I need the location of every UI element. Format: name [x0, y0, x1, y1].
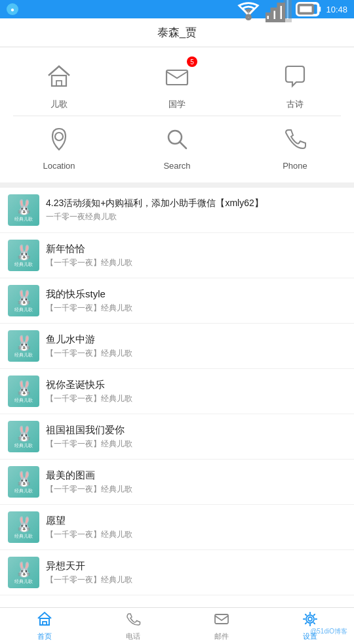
svg-line-13	[180, 142, 186, 148]
song-item-song2[interactable]: 🐰 经典儿歌 我的快乐style 【一千零一夜】经典儿歌	[0, 278, 354, 324]
icon-guoxue[interactable]: 5 国学	[119, 59, 235, 110]
svg-point-0	[247, 16, 250, 19]
wifi-icon	[235, 0, 262, 22]
song-subtitle-song3: 【一千零一夜】经典儿歌	[46, 348, 346, 359]
nav-phone-icon	[125, 611, 141, 630]
svg-rect-4	[285, 0, 290, 21]
song-title-song4: 祝你圣诞快乐	[46, 379, 346, 391]
song-thumb-song4: 🐰 经典儿歌	[8, 376, 39, 407]
song-subtitle-song4: 【一千零一夜】经典儿歌	[46, 393, 346, 404]
song-title-song2: 我的快乐style	[46, 288, 346, 301]
svg-rect-6	[299, 5, 313, 14]
svg-rect-15	[43, 622, 47, 625]
song-info-song3: 鱼儿水中游 【一千零一夜】经典儿歌	[46, 333, 346, 359]
nav-email-label: 邮件	[214, 632, 229, 641]
song-list: 🐰 经典儿歌 4.23活动须知+内购福利，添加小助手微信【xmly62】 一千零…	[0, 188, 354, 643]
song-item-announce[interactable]: 🐰 经典儿歌 4.23活动须知+内购福利，添加小助手微信【xmly62】 一千零…	[0, 188, 354, 233]
song-title-song3: 鱼儿水中游	[46, 333, 346, 346]
song-item-song5[interactable]: 🐰 经典儿歌 祖国祖国我们爱你 【一千零一夜】经典儿歌	[0, 414, 354, 460]
song-info-song6: 最美的图画 【一千零一夜】经典儿歌	[46, 469, 346, 495]
song-thumb-song2: 🐰 经典儿歌	[8, 285, 39, 316]
nav-phone-label: 电话	[126, 632, 140, 641]
svg-point-17	[308, 617, 312, 621]
nav-home-icon	[37, 611, 52, 630]
phone-icon-box	[277, 121, 313, 157]
song-info-announce: 4.23活动须知+内购福利，添加小助手微信【xmly62】 一千零一夜经典儿歌	[46, 198, 346, 223]
icon-phone[interactable]: Phone	[237, 121, 353, 171]
svg-point-11	[55, 133, 63, 140]
icon-gushi[interactable]: 古诗	[237, 59, 353, 110]
watermark: @51diO博客	[310, 627, 347, 636]
icon-location[interactable]: Location	[1, 121, 117, 171]
song-title-song6: 最美的图画	[46, 469, 346, 482]
svg-point-18	[306, 615, 314, 623]
battery-icon	[296, 0, 322, 22]
song-info-song4: 祝你圣诞快乐 【一千零一夜】经典儿歌	[46, 379, 346, 404]
svg-rect-2	[272, 9, 277, 21]
song-thumb-song3: 🐰 经典儿歌	[8, 330, 39, 362]
song-thumb-song1: 🐰 经典儿歌	[8, 240, 39, 271]
song-list-container: 🐰 经典儿歌 新年恰恰 【一千零一夜】经典儿歌 🐰 经典儿歌 我的快乐style…	[0, 233, 354, 595]
song-thumb-song5: 🐰 经典儿歌	[8, 421, 39, 452]
song-item-song1[interactable]: 🐰 经典儿歌 新年恰恰 【一千零一夜】经典儿歌	[0, 233, 354, 278]
song-info-song1: 新年恰恰 【一千零一夜】经典儿歌	[46, 243, 346, 268]
nav-email[interactable]: 邮件	[177, 611, 266, 641]
status-bar: ● 10:48	[0, 0, 354, 18]
badge-guoxue: 5	[187, 56, 197, 67]
nav-home[interactable]: 首页	[0, 611, 88, 641]
bottom-nav: 首页 电话 邮件 设置 @51diO博客	[0, 607, 354, 644]
location-icon	[46, 126, 72, 152]
nav-phone[interactable]: 电话	[88, 611, 177, 641]
gushi-icon-box	[277, 59, 313, 95]
song-item-song7[interactable]: 🐰 经典儿歌 愿望 【一千零一夜】经典儿歌	[0, 505, 354, 550]
song-title-song8: 异想天开	[46, 560, 346, 572]
app-icon: ●	[7, 3, 18, 15]
song-info-song7: 愿望 【一千零一夜】经典儿歌	[46, 515, 346, 540]
song-item-song8[interactable]: 🐰 经典儿歌 异想天开 【一千零一夜】经典儿歌	[0, 550, 354, 595]
song-thumb-song6: 🐰 经典儿歌	[8, 466, 39, 498]
nav-home-label: 首页	[37, 632, 52, 641]
phone-icon	[282, 126, 308, 152]
guoxue-icon-box: 5	[159, 59, 195, 95]
email-icon	[164, 64, 190, 90]
song-subtitle-song6: 【一千零一夜】经典儿歌	[46, 484, 346, 495]
song-thumb-song8: 🐰 经典儿歌	[8, 557, 39, 588]
song-subtitle-song1: 【一千零一夜】经典儿歌	[46, 257, 346, 268]
icon-row-1: 儿歌 5 国学 古诗	[0, 54, 354, 116]
icon-row-2: Location Search Phone	[0, 116, 354, 176]
guoxue-label: 国学	[168, 98, 186, 110]
nav-email-icon	[214, 611, 229, 630]
gushi-label: 古诗	[286, 98, 304, 110]
song-info-song2: 我的快乐style 【一千零一夜】经典儿歌	[46, 288, 346, 314]
nav-settings[interactable]: 设置	[266, 611, 354, 641]
song-title-song1: 新年恰恰	[46, 243, 346, 255]
clock: 10:48	[326, 5, 347, 14]
song-subtitle-song7: 【一千零一夜】经典儿歌	[46, 529, 346, 540]
song-thumb-song7: 🐰 经典儿歌	[8, 511, 39, 543]
header-title: 泰森_贾	[157, 25, 197, 40]
ertong-label: 儿歌	[50, 98, 68, 110]
header: 泰森_贾	[0, 18, 354, 47]
location-icon-box	[41, 121, 77, 157]
status-right: 10:48	[235, 0, 347, 22]
chat-icon	[282, 64, 308, 90]
home-icon	[46, 64, 72, 90]
song-title-announce: 4.23活动须知+内购福利，添加小助手微信【xmly62】	[46, 198, 346, 209]
song-subtitle-song5: 【一千零一夜】经典儿歌	[46, 439, 346, 450]
svg-rect-1	[266, 14, 271, 21]
song-item-song3[interactable]: 🐰 经典儿歌 鱼儿水中游 【一千零一夜】经典儿歌	[0, 324, 354, 369]
song-subtitle-song8: 【一千零一夜】经典儿歌	[46, 574, 346, 586]
song-title-song5: 祖国祖国我们爱你	[46, 424, 346, 437]
status-left: ●	[7, 3, 18, 15]
song-info-song5: 祖国祖国我们爱你 【一千零一夜】经典儿歌	[46, 424, 346, 450]
search-label: Search	[163, 161, 190, 171]
svg-rect-9	[56, 81, 62, 86]
song-title-song7: 愿望	[46, 515, 346, 527]
ertong-icon-box	[41, 59, 77, 95]
song-info-song8: 异想天开 【一千零一夜】经典儿歌	[46, 560, 346, 586]
icon-search[interactable]: Search	[119, 121, 235, 171]
song-item-song4[interactable]: 🐰 经典儿歌 祝你圣诞快乐 【一千零一夜】经典儿歌	[0, 369, 354, 414]
song-thumb-announce: 🐰 经典儿歌	[8, 194, 39, 226]
song-item-song6[interactable]: 🐰 经典儿歌 最美的图画 【一千零一夜】经典儿歌	[0, 460, 354, 505]
icon-ertong[interactable]: 儿歌	[1, 59, 117, 110]
